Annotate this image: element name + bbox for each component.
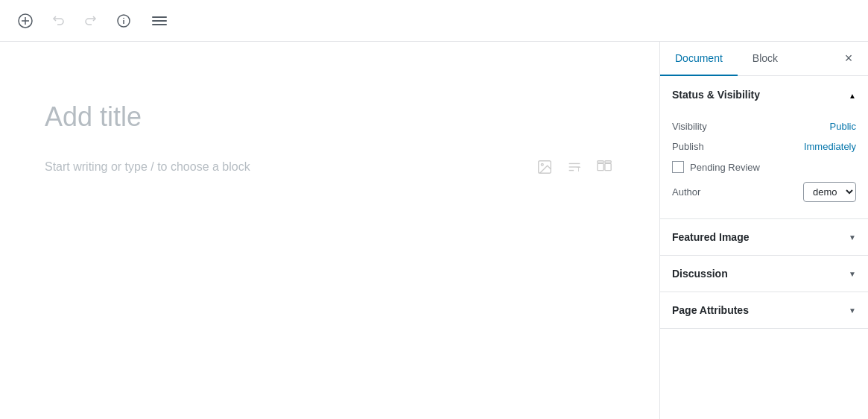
svg-rect-15 [598, 163, 604, 170]
featured-image-title: Featured Image [672, 231, 749, 243]
menu-button[interactable] [146, 7, 173, 34]
editor-tools: T [534, 157, 615, 177]
status-visibility-panel: Status & Visibility Visibility Public Pu… [660, 76, 868, 219]
pending-row: Pending Review [672, 157, 856, 177]
sidebar: Document Block × Status & Visibility Vis… [659, 42, 868, 419]
publish-label: Publish [672, 141, 704, 152]
visibility-label: Visibility [672, 121, 707, 132]
status-visibility-title: Status & Visibility [672, 89, 760, 101]
tab-document[interactable]: Document [660, 42, 738, 76]
sidebar-close-button[interactable]: × [838, 48, 859, 69]
svg-rect-7 [152, 20, 167, 22]
featured-image-header[interactable]: Featured Image [660, 219, 868, 255]
discussion-panel: Discussion [660, 256, 868, 292]
pending-label: Pending Review [690, 162, 760, 173]
undo-button[interactable] [45, 7, 72, 34]
author-row: Author demo [672, 177, 856, 207]
add-button[interactable] [12, 7, 39, 34]
editor-area: Add title Start writing or type / to cho… [0, 42, 659, 419]
svg-rect-16 [605, 163, 611, 170]
publish-value[interactable]: Immediately [804, 141, 856, 152]
page-attributes-chevron [849, 305, 856, 315]
sidebar-tabs: Document Block × [660, 42, 868, 76]
visibility-row: Visibility Public [672, 116, 856, 136]
featured-image-panel: Featured Image [660, 219, 868, 256]
status-visibility-body: Visibility Public Publish Immediately Pe… [660, 113, 868, 218]
redo-button[interactable] [77, 7, 104, 34]
gallery-tool-icon[interactable] [594, 157, 615, 177]
publish-row: Publish Immediately [672, 136, 856, 157]
featured-image-chevron [849, 232, 856, 242]
editor-body: Start writing or type / to choose a bloc… [45, 157, 615, 177]
author-select[interactable]: demo [803, 182, 856, 202]
status-visibility-chevron [849, 88, 856, 101]
editor-placeholder[interactable]: Start writing or type / to choose a bloc… [45, 160, 250, 174]
pending-checkbox[interactable] [672, 161, 684, 173]
discussion-chevron [849, 268, 856, 279]
svg-rect-6 [152, 16, 167, 18]
svg-point-5 [123, 17, 124, 19]
discussion-header[interactable]: Discussion [660, 256, 868, 292]
visibility-value[interactable]: Public [830, 121, 856, 132]
svg-point-10 [541, 163, 543, 166]
image-tool-icon[interactable] [534, 157, 555, 177]
svg-rect-8 [152, 24, 167, 25]
svg-rect-18 [605, 161, 611, 163]
page-attributes-title: Page Attributes [672, 304, 749, 316]
page-attributes-header[interactable]: Page Attributes [660, 292, 868, 328]
main-area: Add title Start writing or type / to cho… [0, 42, 868, 419]
svg-text:T: T [577, 166, 581, 173]
status-visibility-header[interactable]: Status & Visibility [660, 76, 868, 113]
editor-title[interactable]: Add title [45, 101, 615, 133]
discussion-title: Discussion [672, 268, 728, 280]
page-attributes-panel: Page Attributes [660, 292, 868, 329]
text-tool-icon[interactable]: T [564, 157, 585, 177]
tab-block[interactable]: Block [738, 42, 793, 76]
author-label: Author [672, 186, 700, 198]
svg-rect-17 [598, 161, 604, 163]
toolbar [0, 0, 868, 42]
info-button[interactable] [110, 7, 137, 34]
